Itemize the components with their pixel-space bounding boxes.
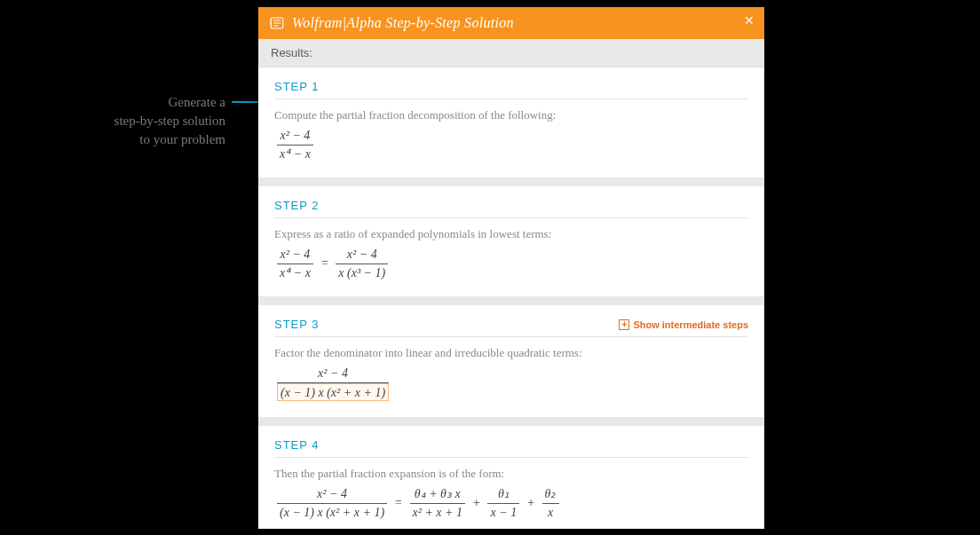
- panel-title: Wolfram|Alpha Step-by-Step Solution: [292, 15, 514, 31]
- fraction-numerator: θ₁: [487, 486, 519, 504]
- panel-header: Wolfram|Alpha Step-by-Step Solution ✕: [258, 7, 764, 39]
- math-expression: x² − 4 (x − 1) x (x² + x + 1) = θ₄ + θ₃ …: [274, 486, 748, 520]
- step-block: STEP 4 Then the partial fraction expansi…: [258, 426, 764, 529]
- callout-annotation: Generate a step-by-step solution to your…: [0, 93, 225, 149]
- plus-sign: +: [472, 496, 480, 510]
- close-button[interactable]: ✕: [743, 14, 755, 27]
- steps-container: STEP 1 Compute the partial fraction deco…: [258, 67, 764, 529]
- step-description: Express as a ratio of expanded polynomia…: [274, 227, 748, 241]
- wolfram-alpha-icon: [269, 15, 285, 31]
- callout-line1: Generate a: [168, 95, 225, 109]
- step-title: STEP 3: [274, 318, 320, 331]
- show-intermediate-label: Show intermediate steps: [633, 319, 748, 330]
- math-expression: x² − 4 (x − 1) x (x² + x + 1): [274, 366, 748, 401]
- step-block: STEP 2 Express as a ratio of expanded po…: [258, 186, 764, 296]
- fraction-numerator: θ₂: [542, 486, 559, 504]
- equals-sign: =: [320, 256, 328, 271]
- fraction-denominator: x − 1: [487, 504, 519, 521]
- step-description: Then the partial fraction expansion is o…: [274, 467, 748, 481]
- math-expression: x² − 4 x⁴ − x: [274, 128, 748, 161]
- fraction-denominator-highlighted: (x − 1) x (x² + x + 1): [277, 383, 389, 402]
- fraction-numerator: θ₄ + θ₃ x: [410, 486, 466, 504]
- step-by-step-panel: Wolfram|Alpha Step-by-Step Solution ✕ Re…: [258, 7, 764, 529]
- step-title: STEP 2: [274, 199, 320, 212]
- fraction-numerator: x² − 4: [277, 247, 313, 264]
- results-label: Results:: [258, 39, 764, 67]
- step-title: STEP 4: [274, 438, 320, 452]
- fraction-numerator: x² − 4: [277, 128, 313, 146]
- fraction-denominator: x (x³ − 1): [336, 264, 388, 281]
- step-title: STEP 1: [274, 80, 320, 93]
- fraction-denominator: (x − 1) x (x² + x + 1): [277, 504, 387, 521]
- callout-line2: step-by-step solution: [115, 114, 225, 128]
- step-description: Factor the denominator into linear and i…: [274, 346, 748, 360]
- callout-leader-line: [232, 101, 258, 103]
- step-block: STEP 3 + Show intermediate steps Factor …: [258, 305, 764, 417]
- plus-sign: +: [526, 496, 534, 510]
- fraction-numerator: x² − 4: [277, 366, 389, 383]
- equals-sign: =: [394, 496, 402, 510]
- fraction-numerator: x² − 4: [277, 486, 387, 504]
- fraction-denominator: x⁴ − x: [277, 264, 313, 281]
- step-description: Compute the partial fraction decompositi…: [274, 108, 748, 122]
- fraction-denominator: x² + x + 1: [410, 504, 466, 521]
- fraction-denominator: x⁴ − x: [277, 146, 313, 162]
- fraction-numerator: x² − 4: [336, 247, 388, 264]
- show-intermediate-steps-button[interactable]: + Show intermediate steps: [619, 319, 748, 330]
- plus-icon: +: [619, 319, 629, 330]
- math-expression: x² − 4 x⁴ − x = x² − 4 x (x³ − 1): [274, 247, 748, 280]
- callout-line3: to your problem: [139, 132, 225, 146]
- fraction-denominator: x: [542, 504, 559, 521]
- step-block: STEP 1 Compute the partial fraction deco…: [258, 67, 764, 177]
